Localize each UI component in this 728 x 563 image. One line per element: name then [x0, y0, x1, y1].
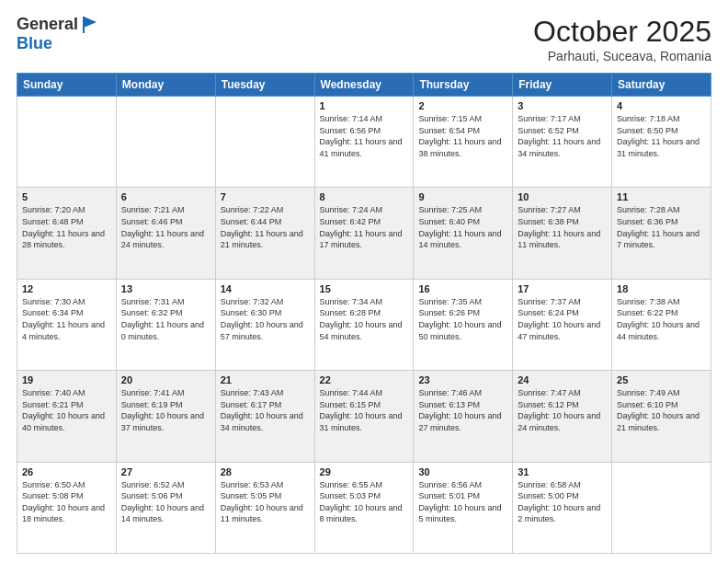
calendar-week-row: 12Sunrise: 7:30 AM Sunset: 6:34 PM Dayli…	[17, 279, 711, 370]
calendar-cell: 20Sunrise: 7:41 AM Sunset: 6:19 PM Dayli…	[116, 371, 215, 462]
cell-info-text: Sunrise: 7:37 AM Sunset: 6:24 PM Dayligh…	[518, 296, 607, 342]
calendar-cell: 18Sunrise: 7:38 AM Sunset: 6:22 PM Dayli…	[612, 279, 711, 370]
calendar-header-sunday: Sunday	[17, 74, 117, 97]
cell-info-text: Sunrise: 7:27 AM Sunset: 6:38 PM Dayligh…	[518, 204, 607, 250]
logo-flag-icon	[80, 15, 100, 35]
cell-date-number: 4	[617, 100, 706, 111]
calendar-header-row: SundayMondayTuesdayWednesdayThursdayFrid…	[17, 74, 711, 97]
cell-info-text: Sunrise: 7:43 AM Sunset: 6:17 PM Dayligh…	[221, 387, 310, 433]
cell-date-number: 25	[617, 374, 706, 385]
cell-date-number: 5	[22, 191, 111, 202]
cell-date-number: 7	[221, 191, 310, 202]
header: General Blue October 2025 Parhauti, Suce…	[17, 15, 711, 63]
calendar-cell: 7Sunrise: 7:22 AM Sunset: 6:44 PM Daylig…	[215, 188, 314, 279]
calendar-header-wednesday: Wednesday	[314, 74, 414, 97]
cell-info-text: Sunrise: 7:14 AM Sunset: 6:56 PM Dayligh…	[320, 113, 409, 159]
calendar-cell	[116, 97, 215, 188]
calendar-week-row: 5Sunrise: 7:20 AM Sunset: 6:48 PM Daylig…	[17, 188, 711, 279]
cell-date-number: 9	[418, 191, 507, 202]
calendar-week-row: 26Sunrise: 6:50 AM Sunset: 5:08 PM Dayli…	[17, 462, 711, 553]
calendar-cell: 16Sunrise: 7:35 AM Sunset: 6:26 PM Dayli…	[414, 279, 513, 370]
calendar-cell: 19Sunrise: 7:40 AM Sunset: 6:21 PM Dayli…	[17, 371, 117, 462]
cell-date-number: 17	[518, 283, 607, 294]
cell-date-number: 8	[320, 191, 409, 202]
cell-date-number: 13	[121, 283, 210, 294]
calendar-cell: 11Sunrise: 7:28 AM Sunset: 6:36 PM Dayli…	[612, 188, 711, 279]
calendar-cell: 9Sunrise: 7:25 AM Sunset: 6:40 PM Daylig…	[414, 188, 513, 279]
calendar: SundayMondayTuesdayWednesdayThursdayFrid…	[17, 73, 711, 554]
calendar-cell	[215, 97, 314, 188]
cell-info-text: Sunrise: 6:53 AM Sunset: 5:05 PM Dayligh…	[221, 479, 310, 525]
cell-info-text: Sunrise: 7:32 AM Sunset: 6:30 PM Dayligh…	[221, 296, 310, 342]
cell-info-text: Sunrise: 7:40 AM Sunset: 6:21 PM Dayligh…	[22, 387, 111, 433]
cell-info-text: Sunrise: 7:34 AM Sunset: 6:28 PM Dayligh…	[320, 296, 409, 342]
calendar-cell: 14Sunrise: 7:32 AM Sunset: 6:30 PM Dayli…	[215, 279, 314, 370]
calendar-week-row: 1Sunrise: 7:14 AM Sunset: 6:56 PM Daylig…	[17, 97, 711, 188]
calendar-cell: 4Sunrise: 7:18 AM Sunset: 6:50 PM Daylig…	[612, 97, 711, 188]
cell-info-text: Sunrise: 7:38 AM Sunset: 6:22 PM Dayligh…	[617, 296, 706, 342]
cell-info-text: Sunrise: 7:28 AM Sunset: 6:36 PM Dayligh…	[617, 204, 706, 250]
cell-date-number: 14	[221, 283, 310, 294]
calendar-header-monday: Monday	[116, 74, 215, 97]
page: General Blue October 2025 Parhauti, Suce…	[0, 0, 728, 563]
calendar-cell: 31Sunrise: 6:58 AM Sunset: 5:00 PM Dayli…	[513, 462, 612, 553]
calendar-cell: 12Sunrise: 7:30 AM Sunset: 6:34 PM Dayli…	[17, 279, 117, 370]
cell-info-text: Sunrise: 6:56 AM Sunset: 5:01 PM Dayligh…	[418, 479, 507, 525]
calendar-header-friday: Friday	[513, 74, 612, 97]
cell-date-number: 24	[518, 374, 607, 385]
cell-date-number: 26	[22, 466, 111, 477]
calendar-header-thursday: Thursday	[414, 74, 513, 97]
cell-date-number: 15	[320, 283, 409, 294]
cell-info-text: Sunrise: 6:55 AM Sunset: 5:03 PM Dayligh…	[320, 479, 409, 525]
calendar-week-row: 19Sunrise: 7:40 AM Sunset: 6:21 PM Dayli…	[17, 371, 711, 462]
calendar-cell: 28Sunrise: 6:53 AM Sunset: 5:05 PM Dayli…	[215, 462, 314, 553]
cell-date-number: 27	[121, 466, 210, 477]
cell-date-number: 19	[22, 374, 111, 385]
logo: General Blue	[17, 15, 100, 53]
cell-date-number: 22	[320, 374, 409, 385]
cell-date-number: 10	[518, 191, 607, 202]
svg-marker-0	[84, 17, 97, 28]
calendar-cell: 30Sunrise: 6:56 AM Sunset: 5:01 PM Dayli…	[414, 462, 513, 553]
calendar-cell: 6Sunrise: 7:21 AM Sunset: 6:46 PM Daylig…	[116, 188, 215, 279]
cell-info-text: Sunrise: 7:47 AM Sunset: 6:12 PM Dayligh…	[518, 387, 607, 433]
logo-general: General	[17, 16, 78, 34]
calendar-cell: 1Sunrise: 7:14 AM Sunset: 6:56 PM Daylig…	[314, 97, 414, 188]
logo-blue: Blue	[17, 35, 52, 53]
cell-info-text: Sunrise: 7:15 AM Sunset: 6:54 PM Dayligh…	[418, 113, 507, 159]
calendar-cell: 25Sunrise: 7:49 AM Sunset: 6:10 PM Dayli…	[612, 371, 711, 462]
cell-info-text: Sunrise: 7:18 AM Sunset: 6:50 PM Dayligh…	[617, 113, 706, 159]
calendar-cell: 26Sunrise: 6:50 AM Sunset: 5:08 PM Dayli…	[17, 462, 117, 553]
month-title: October 2025	[533, 15, 711, 49]
calendar-cell: 3Sunrise: 7:17 AM Sunset: 6:52 PM Daylig…	[513, 97, 612, 188]
cell-info-text: Sunrise: 7:31 AM Sunset: 6:32 PM Dayligh…	[121, 296, 210, 342]
calendar-cell: 10Sunrise: 7:27 AM Sunset: 6:38 PM Dayli…	[513, 188, 612, 279]
cell-info-text: Sunrise: 6:58 AM Sunset: 5:00 PM Dayligh…	[518, 479, 607, 525]
cell-info-text: Sunrise: 7:46 AM Sunset: 6:13 PM Dayligh…	[418, 387, 507, 433]
calendar-cell: 13Sunrise: 7:31 AM Sunset: 6:32 PM Dayli…	[116, 279, 215, 370]
cell-info-text: Sunrise: 7:49 AM Sunset: 6:10 PM Dayligh…	[617, 387, 706, 433]
calendar-cell	[612, 462, 711, 553]
cell-date-number: 16	[418, 283, 507, 294]
calendar-cell: 8Sunrise: 7:24 AM Sunset: 6:42 PM Daylig…	[314, 188, 414, 279]
cell-info-text: Sunrise: 7:44 AM Sunset: 6:15 PM Dayligh…	[320, 387, 409, 433]
cell-date-number: 20	[121, 374, 210, 385]
calendar-cell: 5Sunrise: 7:20 AM Sunset: 6:48 PM Daylig…	[17, 188, 117, 279]
cell-date-number: 29	[320, 466, 409, 477]
calendar-cell: 21Sunrise: 7:43 AM Sunset: 6:17 PM Dayli…	[215, 371, 314, 462]
calendar-cell: 15Sunrise: 7:34 AM Sunset: 6:28 PM Dayli…	[314, 279, 414, 370]
cell-date-number: 18	[617, 283, 706, 294]
calendar-cell	[17, 97, 117, 188]
cell-date-number: 2	[418, 100, 507, 111]
cell-info-text: Sunrise: 7:35 AM Sunset: 6:26 PM Dayligh…	[418, 296, 507, 342]
calendar-cell: 29Sunrise: 6:55 AM Sunset: 5:03 PM Dayli…	[314, 462, 414, 553]
location: Parhauti, Suceava, Romania	[533, 49, 711, 63]
calendar-header-saturday: Saturday	[612, 74, 711, 97]
calendar-cell: 24Sunrise: 7:47 AM Sunset: 6:12 PM Dayli…	[513, 371, 612, 462]
cell-info-text: Sunrise: 7:20 AM Sunset: 6:48 PM Dayligh…	[22, 204, 111, 250]
svg-rect-1	[83, 17, 85, 33]
calendar-cell: 27Sunrise: 6:52 AM Sunset: 5:06 PM Dayli…	[116, 462, 215, 553]
cell-info-text: Sunrise: 6:50 AM Sunset: 5:08 PM Dayligh…	[22, 479, 111, 525]
cell-info-text: Sunrise: 6:52 AM Sunset: 5:06 PM Dayligh…	[121, 479, 210, 525]
cell-info-text: Sunrise: 7:25 AM Sunset: 6:40 PM Dayligh…	[418, 204, 507, 250]
